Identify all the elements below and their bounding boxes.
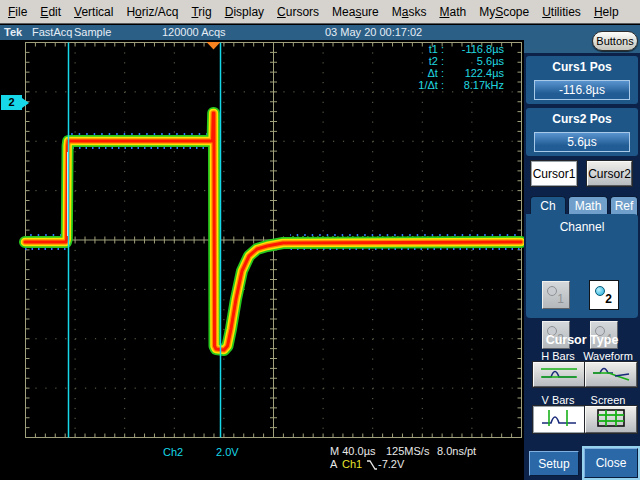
sample-rate-readout: 125MS/s xyxy=(386,445,429,457)
inv-dt-label: 1/Δt : xyxy=(396,79,444,91)
close-button[interactable]: Close xyxy=(584,448,638,478)
setup-button[interactable]: Setup xyxy=(529,451,579,476)
channel-section-title: Channel xyxy=(526,214,638,234)
trigger-level-readout: -7.2V xyxy=(378,458,404,470)
v-bars-icon xyxy=(539,408,579,428)
t1-value: -116.8µs xyxy=(444,43,504,55)
inv-dt-value: 8.17kHz xyxy=(444,79,504,91)
menu-item-file[interactable]: File xyxy=(8,5,27,19)
readout-dt: Δt : 122.4µs xyxy=(396,67,504,79)
readout-t2: t2 : 5.6µs xyxy=(396,55,504,67)
h-bars-icon xyxy=(539,364,579,382)
timebase-readout: M 40.0µs xyxy=(330,445,375,457)
curs2-pos-group: Curs2 Pos 5.6µs xyxy=(526,108,638,156)
menu-bar: File Edit Vertical Horiz/Acq Trig Displa… xyxy=(0,0,640,24)
menu-item-math[interactable]: Math xyxy=(439,5,466,19)
dt-value: 122.4µs xyxy=(444,67,504,79)
channel-2-icon xyxy=(595,286,605,296)
readout-t1: t1 : -116.8µs xyxy=(396,43,504,55)
cursor1-button[interactable]: Cursor1 xyxy=(531,161,577,186)
acq-mode-status: FastAcq xyxy=(32,26,72,38)
menu-item-trig[interactable]: Trig xyxy=(191,5,211,19)
screen-label: Screen xyxy=(580,394,636,406)
curs1-pos-field[interactable]: -116.8µs xyxy=(534,80,630,100)
readout-inv-dt: 1/Δt : 8.17kHz xyxy=(396,79,504,91)
ch2-scale-readout: 2.0V xyxy=(216,446,239,458)
t2-label: t2 : xyxy=(396,55,444,67)
curs2-pos-field[interactable]: 5.6µs xyxy=(534,132,630,152)
t1-label: t1 : xyxy=(396,43,444,55)
cursor2-button[interactable]: Cursor2 xyxy=(587,161,632,186)
curs1-pos-title: Curs1 Pos xyxy=(526,56,638,74)
buttons-button[interactable]: Buttons xyxy=(592,31,638,51)
channel-1-button[interactable]: 1 xyxy=(542,281,570,309)
channel-1-number: 1 xyxy=(557,292,564,306)
menu-item-display[interactable]: Display xyxy=(225,5,264,19)
tab-ch[interactable]: Ch xyxy=(530,196,566,215)
menu-item-horiz-acq[interactable]: Horiz/Acq xyxy=(126,5,178,19)
menu-item-help[interactable]: Help xyxy=(594,5,619,19)
menu-item-cursors[interactable]: Cursors xyxy=(277,5,319,19)
channel-2-button[interactable]: 2 xyxy=(590,281,618,309)
tek-logo: Tek xyxy=(4,26,22,38)
channel-2-number: 2 xyxy=(605,292,612,306)
tab-math[interactable]: Math xyxy=(568,196,608,215)
channel2-position-marker[interactable]: 2 xyxy=(1,95,22,110)
cursor-type-title: Cursor Type xyxy=(524,333,640,347)
v-bars-cursor-button[interactable] xyxy=(533,406,585,433)
menu-item-edit[interactable]: Edit xyxy=(40,5,61,19)
h-bars-label: H Bars xyxy=(530,350,586,362)
waveform-display xyxy=(0,40,524,480)
channel-1-icon xyxy=(547,286,557,296)
menu-item-myscope[interactable]: MyScope xyxy=(479,5,529,19)
menu-item-utilities[interactable]: Utilities xyxy=(542,5,581,19)
cursor-readout: t1 : -116.8µs t2 : 5.6µs Δt : 122.4µs 1/… xyxy=(396,43,504,91)
ch2-readout-label: Ch2 xyxy=(163,446,183,458)
tab-ref[interactable]: Ref xyxy=(610,196,638,215)
menu-item-measure[interactable]: Measure xyxy=(332,5,379,19)
screen-cursor-button[interactable] xyxy=(585,406,637,433)
waveform-cursor-icon xyxy=(591,364,631,382)
h-bars-cursor-button[interactable] xyxy=(533,362,585,387)
trigger-slope-falling-icon xyxy=(366,459,378,473)
trigger-source-readout: Ch1 xyxy=(342,458,362,470)
curs1-pos-group: Curs1 Pos -116.8µs xyxy=(526,56,638,104)
t2-value: 5.6µs xyxy=(444,55,504,67)
datetime: 03 May 20 00:17:02 xyxy=(325,26,422,38)
acq-state: Sample xyxy=(74,26,111,38)
acq-count: 120000 Acqs xyxy=(162,26,226,38)
trigger-position-marker[interactable] xyxy=(207,42,221,50)
curs2-pos-title: Curs2 Pos xyxy=(526,108,638,126)
resolution-readout: 8.0ns/pt xyxy=(437,445,476,457)
menu-item-masks[interactable]: Masks xyxy=(392,5,427,19)
screen-cursor-icon xyxy=(594,408,628,428)
waveform-cursor-button[interactable] xyxy=(585,362,637,387)
source-tab-panel: Ch Math Ref Channel 1 2 3 4 xyxy=(526,196,638,318)
trigger-prefix: A xyxy=(330,458,337,470)
cursor-control-panel: Curs1 Pos -116.8µs Curs2 Pos 5.6µs Curso… xyxy=(524,53,640,480)
waveform-label: Waveform xyxy=(580,350,636,362)
oscilloscope-screen: File Edit Vertical Horiz/Acq Trig Displa… xyxy=(0,0,640,480)
menu-item-vertical[interactable]: Vertical xyxy=(74,5,113,19)
display-area: 2 t1 : -116.8µs t2 : 5.6µs Δt : 122.4µs … xyxy=(0,40,524,480)
dt-label: Δt : xyxy=(396,67,444,79)
v-bars-label: V Bars xyxy=(530,394,586,406)
